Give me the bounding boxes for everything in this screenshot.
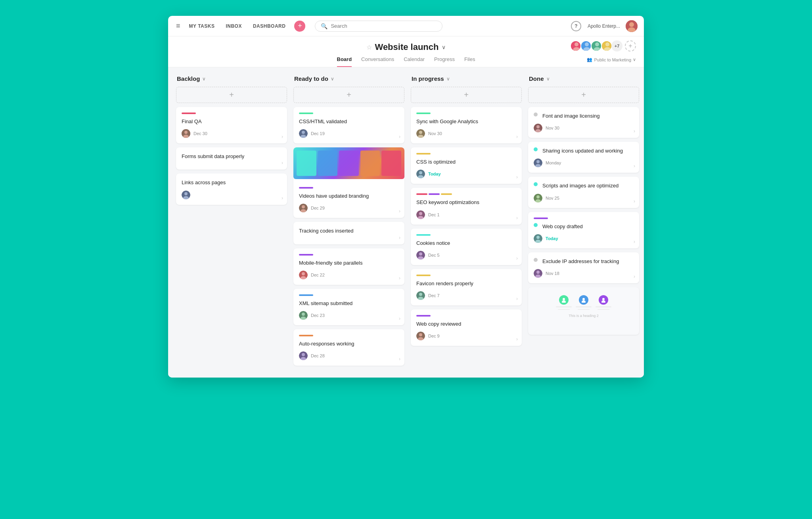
card-title-sync: Sync with Google Analytics bbox=[416, 118, 516, 125]
card-date-sync: Nov 30 bbox=[428, 131, 442, 136]
card-title-videos: Videos have updated branding bbox=[299, 193, 399, 200]
card-cookies: Cookies notice Dec 5 › bbox=[411, 229, 522, 265]
card-footer-favicon: Dec 7 bbox=[416, 291, 516, 300]
hamburger-icon[interactable]: ≡ bbox=[174, 20, 182, 32]
search-input[interactable] bbox=[331, 23, 437, 29]
card-expand-auto[interactable]: › bbox=[399, 356, 400, 362]
card-date-web-copy: Dec 9 bbox=[428, 334, 440, 338]
star-icon[interactable]: ☆ bbox=[366, 44, 372, 51]
card-date-mobile: Dec 22 bbox=[311, 273, 325, 277]
progress-chevron[interactable]: ∨ bbox=[446, 76, 450, 82]
card-expand-css-html[interactable]: › bbox=[399, 134, 400, 139]
add-card-progress[interactable]: + bbox=[411, 87, 522, 103]
card-expand-css-opt[interactable]: › bbox=[516, 174, 518, 180]
card-avatar-css-opt bbox=[416, 170, 425, 178]
tab-calendar[interactable]: Calendar bbox=[404, 56, 425, 67]
member-avatar-1[interactable] bbox=[570, 40, 581, 52]
card-expand-favicon[interactable]: › bbox=[516, 296, 518, 301]
card-bar-css-html bbox=[299, 113, 313, 114]
done-chevron[interactable]: ∨ bbox=[546, 76, 550, 82]
member-avatar-4[interactable] bbox=[601, 40, 612, 52]
help-button[interactable]: ? bbox=[571, 21, 581, 31]
card-avatar-exclude bbox=[534, 269, 542, 278]
card-avatar-auto bbox=[299, 351, 308, 360]
card-expand-tracking[interactable]: › bbox=[399, 235, 400, 240]
backlog-chevron[interactable]: ∨ bbox=[202, 76, 206, 82]
card-date-auto: Dec 28 bbox=[311, 353, 325, 358]
card-bar-web-copy bbox=[416, 315, 431, 317]
card-expand-exclude[interactable]: › bbox=[634, 274, 635, 279]
card-expand-sync[interactable]: › bbox=[516, 134, 518, 139]
card-scripts-images: Scripts and images are optimized Nov 25 … bbox=[528, 177, 639, 208]
card-footer-sync: Nov 30 bbox=[416, 129, 516, 138]
card-title-css-html: CSS/HTML validated bbox=[299, 118, 399, 125]
card-bar-css-opt bbox=[416, 153, 431, 155]
privacy-row[interactable]: 👥 Public to Marketing ∨ bbox=[587, 57, 636, 62]
card-avatar-videos bbox=[299, 204, 308, 212]
svg-point-22 bbox=[302, 131, 305, 134]
card-footer-scripts: Nov 25 bbox=[534, 194, 634, 202]
thumbnail-label: This is a heading 2 bbox=[528, 287, 639, 322]
card-final-qa: Final QA Dec 30 › bbox=[176, 107, 287, 143]
card-expand-links[interactable]: › bbox=[282, 195, 283, 201]
card-title-forms-submit: Forms submit data properly bbox=[182, 153, 282, 160]
card-tracking-codes: Tracking codes inserted › bbox=[293, 222, 404, 244]
column-header-ready: Ready to do ∨ bbox=[293, 75, 404, 82]
card-expand-web-copy[interactable]: › bbox=[516, 336, 518, 342]
card-thumbnail-preview: This is a heading 2 bbox=[528, 287, 639, 335]
dashboard-link[interactable]: DASHBOARD bbox=[249, 23, 290, 29]
privacy-label: Public to Marketing bbox=[594, 57, 631, 62]
card-avatar-xml bbox=[299, 311, 308, 320]
card-expand-sharing[interactable]: › bbox=[634, 163, 635, 169]
card-bar-mobile bbox=[299, 254, 313, 256]
member-avatar-2[interactable] bbox=[580, 40, 592, 52]
card-expand-seo[interactable]: › bbox=[516, 215, 518, 221]
card-date-xml: Dec 23 bbox=[311, 313, 325, 318]
add-card-backlog[interactable]: + bbox=[176, 87, 287, 103]
card-expand-videos[interactable]: › bbox=[399, 208, 400, 214]
project-title-chevron[interactable]: ∨ bbox=[442, 44, 446, 50]
tab-board[interactable]: Board bbox=[337, 56, 352, 67]
my-tasks-link[interactable]: MY TASKS bbox=[185, 23, 219, 29]
card-date-scripts: Nov 25 bbox=[546, 196, 559, 200]
add-card-done[interactable]: + bbox=[528, 87, 639, 103]
card-expand-drafted[interactable]: › bbox=[634, 239, 635, 244]
svg-point-74 bbox=[601, 300, 605, 303]
tab-conversations[interactable]: Conversations bbox=[361, 56, 394, 67]
inbox-link[interactable]: INBOX bbox=[222, 23, 246, 29]
card-footer-sharing: Monday bbox=[534, 158, 634, 167]
card-expand-scripts[interactable]: › bbox=[634, 198, 635, 204]
tab-files[interactable]: Files bbox=[464, 56, 475, 67]
add-member-button[interactable]: + bbox=[625, 40, 636, 52]
seo-bar-red bbox=[416, 193, 427, 195]
member-avatar-3[interactable] bbox=[591, 40, 602, 52]
card-avatar-css-html bbox=[299, 129, 308, 138]
card-css-optimized: CSS is optimized Today › bbox=[411, 147, 522, 184]
search-bar[interactable]: 🔍 bbox=[315, 21, 442, 32]
card-expand-mobile[interactable]: › bbox=[399, 275, 400, 281]
column-done: Done ∨ + Font and image licensing Nov 30… bbox=[528, 75, 639, 370]
add-task-button[interactable]: + bbox=[294, 21, 305, 32]
card-expand-forms[interactable]: › bbox=[282, 160, 283, 166]
privacy-chevron: ∨ bbox=[633, 57, 636, 62]
card-expand-final-qa[interactable]: › bbox=[282, 134, 283, 139]
ready-chevron[interactable]: ∨ bbox=[331, 76, 334, 82]
user-avatar[interactable] bbox=[626, 20, 638, 32]
svg-point-58 bbox=[536, 160, 540, 163]
members-row: +7 + bbox=[570, 40, 636, 52]
add-card-ready[interactable]: + bbox=[293, 87, 404, 103]
card-title-exclude: Exclude IP addresses for tracking bbox=[542, 258, 619, 265]
card-avatar-drafted bbox=[534, 234, 542, 243]
card-date-exclude: Nov 18 bbox=[546, 271, 559, 276]
card-footer-links-across bbox=[182, 191, 282, 199]
card-date-css-opt: Today bbox=[428, 172, 441, 176]
svg-point-46 bbox=[419, 252, 422, 256]
card-bar-cookies bbox=[416, 234, 431, 236]
card-expand-xml[interactable]: › bbox=[399, 316, 400, 321]
tab-progress[interactable]: Progress bbox=[434, 56, 455, 67]
card-expand-cookies[interactable]: › bbox=[516, 256, 518, 261]
card-bar-favicon bbox=[416, 275, 431, 276]
card-expand-font[interactable]: › bbox=[634, 128, 635, 134]
user-name: Apollo Enterp... bbox=[588, 23, 620, 29]
card-footer-seo: Dec 1 bbox=[416, 210, 516, 219]
